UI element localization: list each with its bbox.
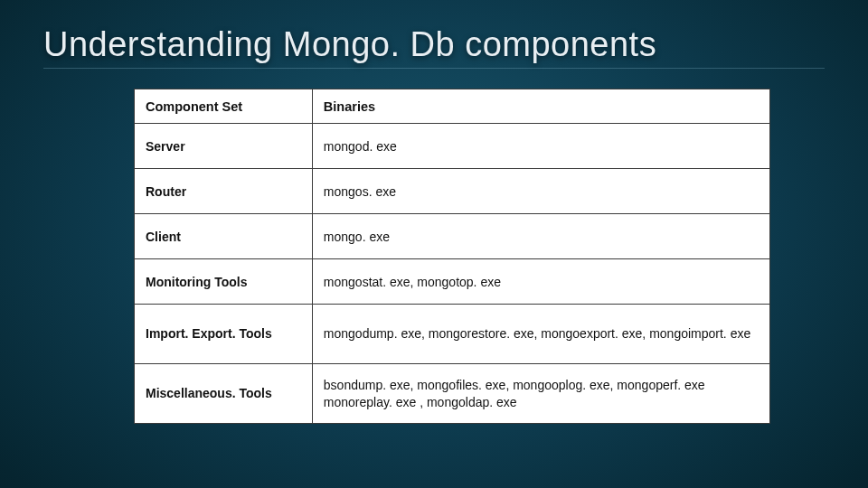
- table-header-row: Component Set Binaries: [135, 89, 770, 124]
- cell-binaries: mongod. exe: [312, 124, 769, 169]
- cell-component: Miscellaneous. Tools: [135, 364, 313, 424]
- cell-binaries: mongodump. exe, mongorestore. exe, mongo…: [312, 305, 769, 364]
- cell-component: Server: [135, 124, 313, 169]
- slide: Understanding Mongo. Db components Compo…: [0, 0, 868, 488]
- table-row: Servermongod. exe: [135, 124, 770, 169]
- cell-binaries: bsondump. exe, mongofiles. exe, mongoopl…: [312, 364, 769, 424]
- cell-component: Import. Export. Tools: [135, 305, 313, 364]
- components-table: Component Set Binaries Servermongod. exe…: [134, 89, 770, 424]
- table-row: Clientmongo. exe: [135, 214, 770, 259]
- table-row: Import. Export. Toolsmongodump. exe, mon…: [135, 305, 770, 364]
- table-row: Miscellaneous. Toolsbsondump. exe, mongo…: [135, 364, 770, 424]
- table-row: Routermongos. exe: [135, 169, 770, 214]
- table-row: Monitoring Toolsmongostat. exe, mongotop…: [135, 259, 770, 305]
- cell-component: Monitoring Tools: [135, 259, 313, 305]
- cell-binaries: mongos. exe: [312, 169, 769, 214]
- table-body: Servermongod. exeRoutermongos. exeClient…: [135, 124, 770, 424]
- header-binaries: Binaries: [312, 89, 769, 124]
- cell-component: Router: [135, 169, 313, 214]
- components-table-wrap: Component Set Binaries Servermongod. exe…: [134, 89, 770, 424]
- header-component-set: Component Set: [135, 89, 313, 124]
- cell-binaries: mongo. exe: [312, 214, 769, 259]
- cell-binaries: mongostat. exe, mongotop. exe: [312, 259, 769, 305]
- slide-title: Understanding Mongo. Db components: [43, 25, 825, 69]
- cell-component: Client: [135, 214, 313, 259]
